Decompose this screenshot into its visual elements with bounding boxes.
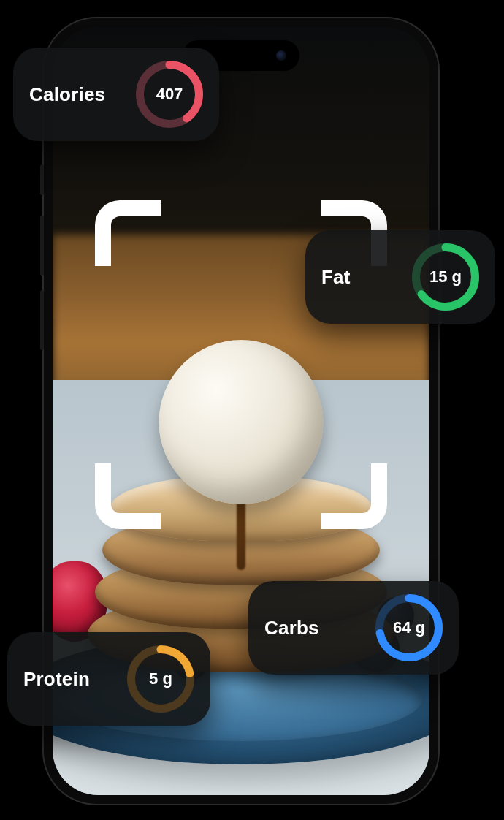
metric-ring: 15 g <box>412 243 479 311</box>
scan-corner-icon <box>95 463 161 529</box>
phone-volume-up <box>40 216 44 276</box>
metric-value: 15 g <box>412 243 479 311</box>
metric-chip-protein[interactable]: Protein 5 g <box>7 632 210 726</box>
metric-chip-calories[interactable]: Calories 407 <box>13 48 219 141</box>
phone-volume-down <box>40 290 44 350</box>
metric-label: Protein <box>23 668 90 691</box>
scan-corner-icon <box>321 463 387 529</box>
metric-chip-carbs[interactable]: Carbs 64 g <box>248 581 459 675</box>
metric-label: Fat <box>321 266 351 289</box>
metric-value: 64 g <box>375 594 443 661</box>
metric-ring: 407 <box>136 61 203 128</box>
metric-label: Carbs <box>264 617 319 639</box>
metric-value: 407 <box>136 61 203 128</box>
metric-ring: 64 g <box>375 594 443 661</box>
scan-corner-icon <box>95 200 161 266</box>
metric-chip-fat[interactable]: Fat 15 g <box>305 230 495 324</box>
metric-ring: 5 g <box>127 645 194 713</box>
phone-side-button <box>40 164 44 195</box>
metric-label: Calories <box>29 83 105 106</box>
metric-value: 5 g <box>127 645 194 713</box>
